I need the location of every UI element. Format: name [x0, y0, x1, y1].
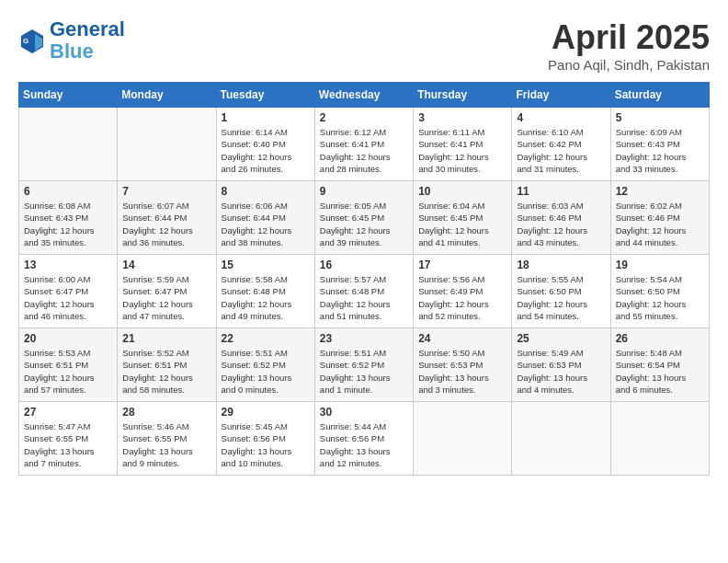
day-info: Sunrise: 6:03 AM Sunset: 6:46 PM Dayligh… [517, 200, 605, 248]
day-number: 8 [222, 185, 310, 198]
day-number: 9 [320, 185, 408, 198]
weekday-header-saturday: Saturday [610, 83, 709, 108]
day-info: Sunrise: 6:05 AM Sunset: 6:45 PM Dayligh… [320, 200, 408, 248]
calendar-cell: 2Sunrise: 6:12 AM Sunset: 6:41 PM Daylig… [314, 108, 413, 181]
day-info: Sunrise: 5:57 AM Sunset: 6:48 PM Dayligh… [320, 273, 408, 322]
day-number: 2 [320, 111, 408, 124]
calendar-cell: 7Sunrise: 6:07 AM Sunset: 6:44 PM Daylig… [118, 181, 216, 255]
day-number: 3 [418, 111, 506, 124]
day-number: 19 [616, 259, 704, 271]
svg-text:G: G [23, 37, 28, 45]
day-info: Sunrise: 5:49 AM Sunset: 6:53 PM Dayligh… [517, 347, 605, 396]
calendar-cell: 12Sunrise: 6:02 AM Sunset: 6:46 PM Dayli… [610, 181, 709, 255]
calendar-cell: 11Sunrise: 6:03 AM Sunset: 6:46 PM Dayli… [512, 181, 610, 255]
location: Pano Aqil, Sindh, Pakistan [548, 57, 710, 73]
day-number: 24 [418, 332, 506, 345]
weekday-header-wednesday: Wednesday [314, 83, 413, 108]
day-info: Sunrise: 6:14 AM Sunset: 6:40 PM Dayligh… [222, 126, 310, 175]
day-info: Sunrise: 6:02 AM Sunset: 6:46 PM Dayligh… [616, 200, 704, 248]
day-number: 15 [222, 259, 310, 271]
calendar-cell: 28Sunrise: 5:46 AM Sunset: 6:55 PM Dayli… [118, 402, 216, 476]
day-info: Sunrise: 6:07 AM Sunset: 6:44 PM Dayligh… [122, 200, 210, 248]
logo-blue: Blue [50, 40, 94, 63]
day-number: 6 [24, 185, 112, 198]
day-number: 20 [24, 332, 112, 345]
day-number: 25 [517, 332, 605, 345]
month-title: April 2025 [548, 18, 710, 57]
weekday-header-monday: Monday [118, 83, 216, 108]
day-number: 28 [122, 406, 210, 419]
calendar-cell: 9Sunrise: 6:05 AM Sunset: 6:45 PM Daylig… [314, 181, 413, 255]
title-block: April 2025 Pano Aqil, Sindh, Pakistan [548, 18, 710, 73]
weekday-header-tuesday: Tuesday [216, 83, 314, 108]
day-info: Sunrise: 6:10 AM Sunset: 6:42 PM Dayligh… [517, 126, 605, 175]
calendar-cell: 27Sunrise: 5:47 AM Sunset: 6:55 PM Dayli… [19, 402, 118, 476]
calendar-cell: 8Sunrise: 6:06 AM Sunset: 6:44 PM Daylig… [216, 181, 314, 255]
day-info: Sunrise: 5:46 AM Sunset: 6:55 PM Dayligh… [122, 420, 210, 469]
day-number: 5 [616, 111, 704, 124]
calendar-cell: 3Sunrise: 6:11 AM Sunset: 6:41 PM Daylig… [414, 108, 512, 181]
calendar-cell [118, 108, 216, 181]
calendar-cell: 16Sunrise: 5:57 AM Sunset: 6:48 PM Dayli… [314, 255, 413, 328]
calendar-cell: 13Sunrise: 6:00 AM Sunset: 6:47 PM Dayli… [19, 255, 118, 328]
day-info: Sunrise: 5:52 AM Sunset: 6:51 PM Dayligh… [122, 347, 210, 396]
week-row-1: 1Sunrise: 6:14 AM Sunset: 6:40 PM Daylig… [19, 108, 710, 181]
day-info: Sunrise: 5:47 AM Sunset: 6:55 PM Dayligh… [24, 420, 112, 469]
calendar-cell [19, 108, 118, 181]
day-number: 11 [517, 185, 605, 198]
weekday-header-friday: Friday [512, 83, 610, 108]
weekday-header-thursday: Thursday [414, 83, 512, 108]
calendar-cell: 14Sunrise: 5:59 AM Sunset: 6:47 PM Dayli… [118, 255, 216, 328]
calendar-cell: 30Sunrise: 5:44 AM Sunset: 6:56 PM Dayli… [314, 402, 413, 476]
day-info: Sunrise: 5:55 AM Sunset: 6:50 PM Dayligh… [517, 273, 605, 322]
calendar: SundayMondayTuesdayWednesdayThursdayFrid… [18, 82, 710, 476]
logo-icon: G [18, 27, 46, 54]
week-row-3: 13Sunrise: 6:00 AM Sunset: 6:47 PM Dayli… [19, 255, 710, 328]
day-number: 21 [122, 332, 210, 345]
week-row-2: 6Sunrise: 6:08 AM Sunset: 6:43 PM Daylig… [19, 181, 710, 255]
day-number: 26 [616, 332, 704, 345]
day-info: Sunrise: 6:08 AM Sunset: 6:43 PM Dayligh… [24, 200, 112, 248]
calendar-cell: 20Sunrise: 5:53 AM Sunset: 6:51 PM Dayli… [19, 328, 118, 402]
day-info: Sunrise: 5:51 AM Sunset: 6:52 PM Dayligh… [222, 347, 310, 396]
day-number: 1 [222, 111, 310, 124]
logo: G General Blue [18, 18, 125, 63]
week-row-5: 27Sunrise: 5:47 AM Sunset: 6:55 PM Dayli… [19, 402, 710, 476]
day-number: 10 [418, 185, 506, 198]
day-number: 16 [320, 259, 408, 271]
day-number: 29 [222, 406, 310, 419]
weekday-header-row: SundayMondayTuesdayWednesdayThursdayFrid… [19, 83, 710, 108]
day-info: Sunrise: 6:04 AM Sunset: 6:45 PM Dayligh… [418, 200, 506, 248]
calendar-cell [512, 402, 610, 476]
page-header: G General Blue April 2025 Pano Aqil, Sin… [18, 18, 710, 73]
day-number: 17 [418, 259, 506, 271]
day-number: 18 [517, 259, 605, 271]
calendar-cell: 26Sunrise: 5:48 AM Sunset: 6:54 PM Dayli… [610, 328, 709, 402]
calendar-cell [414, 402, 512, 476]
day-number: 23 [320, 332, 408, 345]
day-number: 30 [320, 406, 408, 419]
day-info: Sunrise: 5:54 AM Sunset: 6:50 PM Dayligh… [616, 273, 704, 322]
calendar-cell: 15Sunrise: 5:58 AM Sunset: 6:48 PM Dayli… [216, 255, 314, 328]
day-number: 4 [517, 111, 605, 124]
week-row-4: 20Sunrise: 5:53 AM Sunset: 6:51 PM Dayli… [19, 328, 710, 402]
day-info: Sunrise: 5:51 AM Sunset: 6:52 PM Dayligh… [320, 347, 408, 396]
weekday-header-sunday: Sunday [19, 83, 118, 108]
day-number: 22 [222, 332, 310, 345]
calendar-cell: 24Sunrise: 5:50 AM Sunset: 6:53 PM Dayli… [414, 328, 512, 402]
calendar-cell: 10Sunrise: 6:04 AM Sunset: 6:45 PM Dayli… [414, 181, 512, 255]
day-info: Sunrise: 6:00 AM Sunset: 6:47 PM Dayligh… [24, 273, 112, 322]
calendar-cell [610, 402, 709, 476]
day-info: Sunrise: 5:44 AM Sunset: 6:56 PM Dayligh… [320, 420, 408, 469]
calendar-cell: 21Sunrise: 5:52 AM Sunset: 6:51 PM Dayli… [118, 328, 216, 402]
day-info: Sunrise: 5:48 AM Sunset: 6:54 PM Dayligh… [616, 347, 704, 396]
logo-general: General [50, 17, 125, 40]
day-info: Sunrise: 6:11 AM Sunset: 6:41 PM Dayligh… [418, 126, 506, 175]
day-info: Sunrise: 5:50 AM Sunset: 6:53 PM Dayligh… [418, 347, 506, 396]
day-info: Sunrise: 6:09 AM Sunset: 6:43 PM Dayligh… [616, 126, 704, 175]
day-number: 7 [122, 185, 210, 198]
day-info: Sunrise: 5:59 AM Sunset: 6:47 PM Dayligh… [122, 273, 210, 322]
calendar-cell: 23Sunrise: 5:51 AM Sunset: 6:52 PM Dayli… [314, 328, 413, 402]
day-number: 12 [616, 185, 704, 198]
calendar-cell: 6Sunrise: 6:08 AM Sunset: 6:43 PM Daylig… [19, 181, 118, 255]
